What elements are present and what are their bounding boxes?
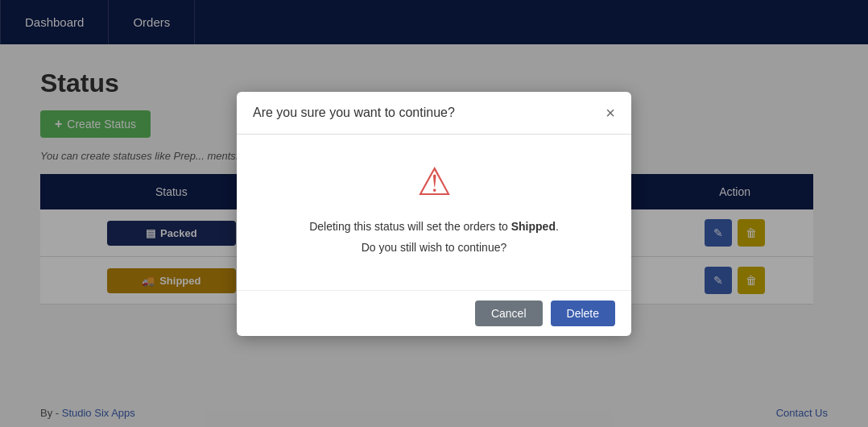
modal-overlay: Are you sure you want to continue? × ⚠ D… [0, 0, 868, 427]
delete-confirm-button[interactable]: Delete [551, 301, 615, 326]
modal-message-line1: Deleting this status will set the orders… [253, 220, 615, 233]
modal-body: ⚠ Deleting this status will set the orde… [237, 135, 631, 290]
modal-msg-part1-end: . [556, 220, 559, 233]
modal: Are you sure you want to continue? × ⚠ D… [237, 92, 631, 336]
modal-close-button[interactable]: × [606, 105, 615, 121]
warning-icon: ⚠ [253, 159, 615, 204]
modal-status-name: Shipped [511, 220, 556, 233]
modal-title: Are you sure you want to continue? [253, 106, 455, 120]
modal-footer: Cancel Delete [237, 290, 631, 336]
modal-message-line2: Do you still wish to continue? [253, 241, 615, 254]
modal-header: Are you sure you want to continue? × [237, 92, 631, 135]
cancel-button[interactable]: Cancel [475, 301, 543, 326]
modal-msg-part1: Deleting this status will set the orders… [309, 220, 511, 233]
